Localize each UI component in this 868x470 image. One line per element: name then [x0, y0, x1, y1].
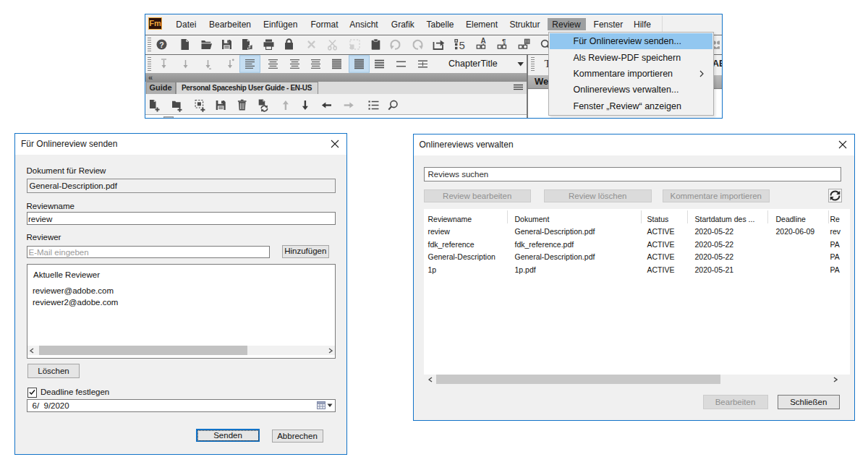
svg-text:?: ? [159, 40, 163, 49]
svg-text:5: 5 [459, 39, 465, 51]
svg-text:A: A [481, 37, 486, 45]
svg-text:¶: ¶ [502, 37, 506, 45]
